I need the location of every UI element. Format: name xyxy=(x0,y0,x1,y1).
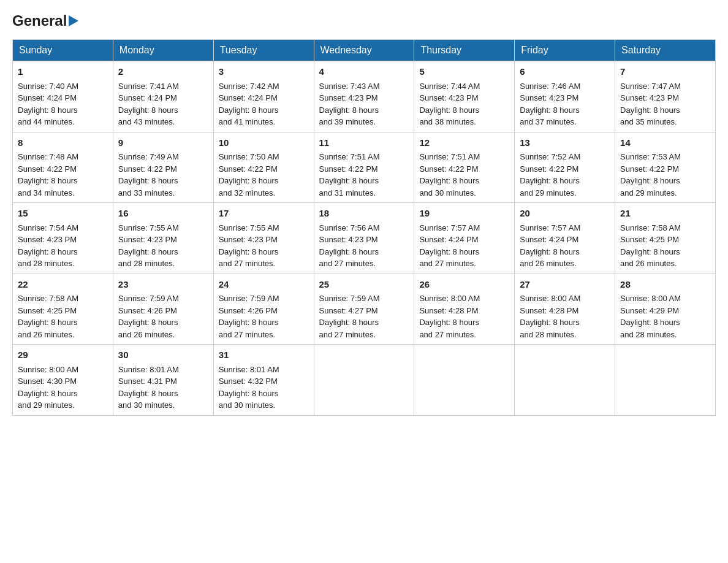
day-info: Sunrise: 7:55 AM Sunset: 4:23 PM Dayligh… xyxy=(219,222,309,270)
calendar-day-cell: 1Sunrise: 7:40 AM Sunset: 4:24 PM Daylig… xyxy=(13,61,113,132)
day-number: 23 xyxy=(118,278,208,292)
day-number: 22 xyxy=(18,278,108,292)
calendar-day-cell: 16Sunrise: 7:55 AM Sunset: 4:23 PM Dayli… xyxy=(113,203,213,274)
calendar-day-cell: 28Sunrise: 8:00 AM Sunset: 4:29 PM Dayli… xyxy=(615,274,716,345)
calendar-week-row: 22Sunrise: 7:58 AM Sunset: 4:25 PM Dayli… xyxy=(13,274,716,345)
day-info: Sunrise: 7:54 AM Sunset: 4:23 PM Dayligh… xyxy=(18,222,108,270)
calendar-week-row: 8Sunrise: 7:48 AM Sunset: 4:22 PM Daylig… xyxy=(13,132,716,203)
calendar-day-cell: 9Sunrise: 7:49 AM Sunset: 4:22 PM Daylig… xyxy=(113,132,213,203)
day-number: 3 xyxy=(219,65,309,79)
calendar-day-cell: 19Sunrise: 7:57 AM Sunset: 4:24 PM Dayli… xyxy=(414,203,515,274)
day-number: 20 xyxy=(520,207,610,221)
day-info: Sunrise: 8:01 AM Sunset: 4:31 PM Dayligh… xyxy=(118,364,208,412)
day-info: Sunrise: 7:57 AM Sunset: 4:24 PM Dayligh… xyxy=(419,222,509,270)
day-number: 21 xyxy=(620,207,710,221)
day-number: 17 xyxy=(219,207,309,221)
calendar-day-cell: 30Sunrise: 8:01 AM Sunset: 4:31 PM Dayli… xyxy=(113,345,213,416)
day-number: 19 xyxy=(419,207,509,221)
calendar-day-cell: 29Sunrise: 8:00 AM Sunset: 4:30 PM Dayli… xyxy=(13,345,113,416)
logo: General xyxy=(12,12,78,27)
logo-arrow-icon xyxy=(69,15,78,26)
day-info: Sunrise: 7:49 AM Sunset: 4:22 PM Dayligh… xyxy=(118,151,208,199)
day-info: Sunrise: 7:53 AM Sunset: 4:22 PM Dayligh… xyxy=(620,151,710,199)
day-number: 28 xyxy=(620,278,710,292)
calendar-day-cell: 31Sunrise: 8:01 AM Sunset: 4:32 PM Dayli… xyxy=(213,345,314,416)
day-info: Sunrise: 7:46 AM Sunset: 4:23 PM Dayligh… xyxy=(520,80,610,128)
calendar-day-cell xyxy=(314,345,414,416)
day-info: Sunrise: 7:41 AM Sunset: 4:24 PM Dayligh… xyxy=(118,80,208,128)
day-info: Sunrise: 7:58 AM Sunset: 4:25 PM Dayligh… xyxy=(18,293,108,340)
calendar-day-cell: 27Sunrise: 8:00 AM Sunset: 4:28 PM Dayli… xyxy=(515,274,615,345)
day-info: Sunrise: 7:59 AM Sunset: 4:26 PM Dayligh… xyxy=(118,293,208,340)
day-number: 5 xyxy=(419,65,509,79)
calendar-day-cell: 21Sunrise: 7:58 AM Sunset: 4:25 PM Dayli… xyxy=(615,203,716,274)
day-number: 13 xyxy=(520,136,610,150)
calendar-header-monday: Monday xyxy=(113,40,213,61)
calendar-day-cell: 5Sunrise: 7:44 AM Sunset: 4:23 PM Daylig… xyxy=(414,61,515,132)
calendar-day-cell: 26Sunrise: 8:00 AM Sunset: 4:28 PM Dayli… xyxy=(414,274,515,345)
calendar-day-cell: 11Sunrise: 7:51 AM Sunset: 4:22 PM Dayli… xyxy=(314,132,414,203)
calendar-header-friday: Friday xyxy=(515,40,615,61)
calendar-day-cell: 22Sunrise: 7:58 AM Sunset: 4:25 PM Dayli… xyxy=(13,274,113,345)
calendar-header-saturday: Saturday xyxy=(615,40,716,61)
day-number: 12 xyxy=(419,136,509,150)
calendar-day-cell: 2Sunrise: 7:41 AM Sunset: 4:24 PM Daylig… xyxy=(113,61,213,132)
day-number: 2 xyxy=(118,65,208,79)
calendar-day-cell: 23Sunrise: 7:59 AM Sunset: 4:26 PM Dayli… xyxy=(113,274,213,345)
calendar-day-cell: 14Sunrise: 7:53 AM Sunset: 4:22 PM Dayli… xyxy=(615,132,716,203)
calendar-day-cell: 18Sunrise: 7:56 AM Sunset: 4:23 PM Dayli… xyxy=(314,203,414,274)
page-header: General xyxy=(12,12,716,27)
day-number: 11 xyxy=(319,136,409,150)
calendar-header-sunday: Sunday xyxy=(13,40,113,61)
day-number: 29 xyxy=(18,348,108,362)
day-info: Sunrise: 7:47 AM Sunset: 4:23 PM Dayligh… xyxy=(620,80,710,128)
day-info: Sunrise: 7:50 AM Sunset: 4:22 PM Dayligh… xyxy=(219,151,309,199)
calendar-day-cell: 25Sunrise: 7:59 AM Sunset: 4:27 PM Dayli… xyxy=(314,274,414,345)
day-number: 4 xyxy=(319,65,409,79)
day-number: 24 xyxy=(219,278,309,292)
day-number: 26 xyxy=(419,278,509,292)
day-info: Sunrise: 8:00 AM Sunset: 4:29 PM Dayligh… xyxy=(620,293,710,340)
day-number: 8 xyxy=(18,136,108,150)
day-info: Sunrise: 7:59 AM Sunset: 4:26 PM Dayligh… xyxy=(219,293,309,340)
calendar-header-tuesday: Tuesday xyxy=(213,40,314,61)
calendar-week-row: 1Sunrise: 7:40 AM Sunset: 4:24 PM Daylig… xyxy=(13,61,716,132)
day-info: Sunrise: 7:51 AM Sunset: 4:22 PM Dayligh… xyxy=(419,151,509,199)
day-number: 7 xyxy=(620,65,710,79)
calendar-week-row: 15Sunrise: 7:54 AM Sunset: 4:23 PM Dayli… xyxy=(13,203,716,274)
day-number: 6 xyxy=(520,65,610,79)
calendar-day-cell: 20Sunrise: 7:57 AM Sunset: 4:24 PM Dayli… xyxy=(515,203,615,274)
day-info: Sunrise: 7:56 AM Sunset: 4:23 PM Dayligh… xyxy=(319,222,409,270)
calendar-week-row: 29Sunrise: 8:00 AM Sunset: 4:30 PM Dayli… xyxy=(13,345,716,416)
day-number: 10 xyxy=(219,136,309,150)
day-number: 14 xyxy=(620,136,710,150)
calendar-day-cell: 17Sunrise: 7:55 AM Sunset: 4:23 PM Dayli… xyxy=(213,203,314,274)
day-number: 18 xyxy=(319,207,409,221)
calendar-day-cell: 6Sunrise: 7:46 AM Sunset: 4:23 PM Daylig… xyxy=(515,61,615,132)
day-info: Sunrise: 8:00 AM Sunset: 4:28 PM Dayligh… xyxy=(419,293,509,340)
day-info: Sunrise: 7:58 AM Sunset: 4:25 PM Dayligh… xyxy=(620,222,710,270)
calendar-day-cell: 12Sunrise: 7:51 AM Sunset: 4:22 PM Dayli… xyxy=(414,132,515,203)
day-info: Sunrise: 8:00 AM Sunset: 4:28 PM Dayligh… xyxy=(520,293,610,340)
day-info: Sunrise: 7:40 AM Sunset: 4:24 PM Dayligh… xyxy=(18,80,108,128)
day-number: 30 xyxy=(118,348,208,362)
day-info: Sunrise: 7:48 AM Sunset: 4:22 PM Dayligh… xyxy=(18,151,108,199)
calendar-day-cell: 10Sunrise: 7:50 AM Sunset: 4:22 PM Dayli… xyxy=(213,132,314,203)
day-number: 31 xyxy=(219,348,309,362)
calendar-table: SundayMondayTuesdayWednesdayThursdayFrid… xyxy=(12,39,716,416)
calendar-day-cell: 24Sunrise: 7:59 AM Sunset: 4:26 PM Dayli… xyxy=(213,274,314,345)
calendar-day-cell: 8Sunrise: 7:48 AM Sunset: 4:22 PM Daylig… xyxy=(13,132,113,203)
calendar-day-cell xyxy=(515,345,615,416)
day-info: Sunrise: 7:51 AM Sunset: 4:22 PM Dayligh… xyxy=(319,151,409,199)
calendar-header-row: SundayMondayTuesdayWednesdayThursdayFrid… xyxy=(13,40,716,61)
logo-general-text: General xyxy=(12,12,67,29)
calendar-day-cell xyxy=(414,345,515,416)
calendar-day-cell: 15Sunrise: 7:54 AM Sunset: 4:23 PM Dayli… xyxy=(13,203,113,274)
day-info: Sunrise: 7:44 AM Sunset: 4:23 PM Dayligh… xyxy=(419,80,509,128)
day-info: Sunrise: 7:57 AM Sunset: 4:24 PM Dayligh… xyxy=(520,222,610,270)
day-info: Sunrise: 7:52 AM Sunset: 4:22 PM Dayligh… xyxy=(520,151,610,199)
calendar-header-wednesday: Wednesday xyxy=(314,40,414,61)
day-number: 15 xyxy=(18,207,108,221)
day-info: Sunrise: 7:43 AM Sunset: 4:23 PM Dayligh… xyxy=(319,80,409,128)
day-info: Sunrise: 7:55 AM Sunset: 4:23 PM Dayligh… xyxy=(118,222,208,270)
